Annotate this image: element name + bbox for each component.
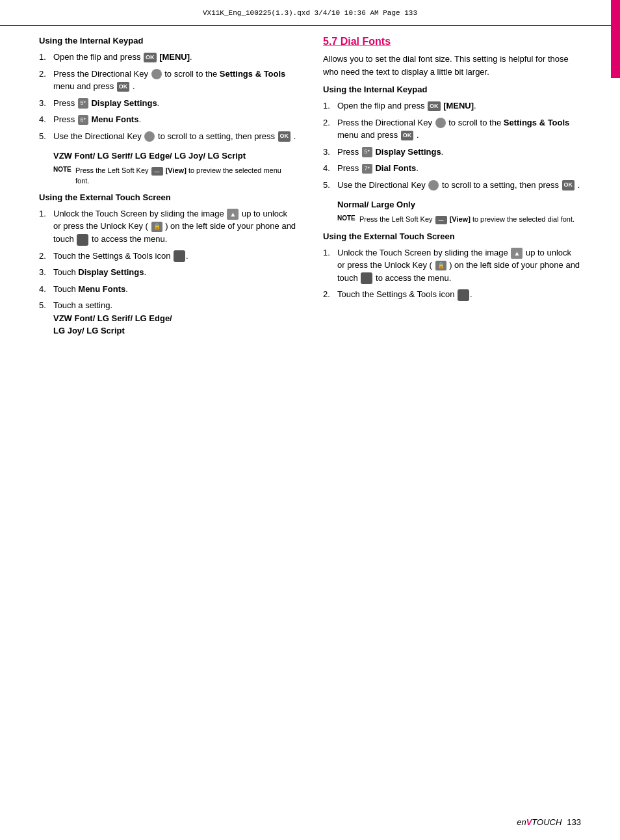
right-step-2: 2. Press the Directional Key to scroll t… <box>323 116 581 142</box>
num5-icon: 5* <box>78 98 88 109</box>
settings-icon <box>174 250 185 262</box>
right-section1-title: Using the Internal Keypad <box>323 85 581 94</box>
footer: enVTOUCH 133 <box>517 817 581 827</box>
right-step-3: 3. Press 5* Display Settings. <box>323 146 581 159</box>
left-step-5: 5. Use the Directional Key to scroll to … <box>39 130 297 143</box>
arrow-up-icon-r: ▲ <box>511 248 523 259</box>
page-number: 133 <box>567 817 581 827</box>
num7-icon-r: 7* <box>362 164 372 174</box>
right-section-heading: 5.7 Dial Fonts <box>323 36 581 47</box>
left-section2-title: Using the External Touch Screen <box>39 192 297 202</box>
right-section2-title: Using the External Touch Screen <box>323 231 581 241</box>
num6-icon: 6* <box>78 115 88 125</box>
arrow-up-icon: ▲ <box>227 209 239 220</box>
ok-icon: OK <box>144 53 157 63</box>
left-ext-step-5: 5. Touch a setting. VZW Font/ LG Serif/ … <box>39 299 297 337</box>
left-note1: NOTE Press the Left Soft Key — [View] to… <box>39 166 297 186</box>
left-section1-title: Using the Internal Keypad <box>39 36 297 46</box>
settings-icon-r <box>458 289 469 301</box>
lock-icon: 🔒 <box>151 222 162 232</box>
ok-icon-r1: OK <box>428 101 441 112</box>
header-text: VX11K_Eng_100225(1.3).qxd 3/4/10 10:36 A… <box>203 9 417 17</box>
dir-key-icon-r2 <box>428 180 439 190</box>
top-bar: VX11K_Eng_100225(1.3).qxd 3/4/10 10:36 A… <box>0 0 620 26</box>
ok-icon-r2: OK <box>401 131 414 141</box>
lock-icon-r: 🔒 <box>435 261 446 271</box>
ok-icon2: OK <box>117 82 130 92</box>
dir-key-icon-r <box>435 118 446 128</box>
dir-key-icon2 <box>144 131 155 142</box>
dir-key-icon <box>151 69 162 79</box>
left-step-1: 1. Open the flip and press OK [MENU]. <box>39 51 297 64</box>
left-step-2: 2. Press the Directional Key to scroll t… <box>39 68 297 93</box>
ok-icon3: OK <box>278 131 291 142</box>
num5-icon-r: 5* <box>362 147 372 157</box>
left-column: Using the Internal Keypad 1. Open the fl… <box>39 36 297 345</box>
left-ext-step-3: 3. Touch Display Settings. <box>39 266 297 279</box>
left-ext-step-2: 2. Touch the Settings & Tools icon . <box>39 250 297 263</box>
pink-accent-bar <box>611 0 620 78</box>
left-step5-result: VZW Font/ LG Serif/ LG Edge/ LG Joy/ LG … <box>39 150 297 162</box>
right-step-5: 5. Use the Directional Key to scroll to … <box>323 179 581 192</box>
left-ext-step-1: 1. Unlock the Touch Screen by sliding th… <box>39 207 297 246</box>
left-step-4: 4. Press 6* Menu Fonts. <box>39 113 297 126</box>
right-intro-text: Allows you to set the dial font size. Th… <box>323 53 581 78</box>
ok-icon-r3: OK <box>562 180 575 190</box>
gear-icon <box>77 234 88 246</box>
right-step5-result: Normal/ Large Only <box>323 199 581 211</box>
right-column: 5.7 Dial Fonts Allows you to set the dia… <box>323 36 581 345</box>
softkey-icon: — <box>151 167 163 176</box>
gear-icon-r <box>361 272 372 284</box>
env-touch-logo: enVTOUCH <box>517 817 562 827</box>
softkey-icon-r: — <box>435 216 447 224</box>
left-step-3: 3. Press 5* Display Settings. <box>39 97 297 110</box>
left-ext-step-4: 4. Touch Menu Fonts. <box>39 283 297 296</box>
right-ext-step-1: 1. Unlock the Touch Screen by sliding th… <box>323 246 581 285</box>
right-step-4: 4. Press 7* Dial Fonts. <box>323 162 581 175</box>
right-note2: NOTE Press the Left Soft Key — [View] to… <box>323 215 581 224</box>
right-ext-step-2: 2. Touch the Settings & Tools icon . <box>323 288 581 301</box>
right-step-1: 1. Open the flip and press OK [MENU]. <box>323 99 581 112</box>
